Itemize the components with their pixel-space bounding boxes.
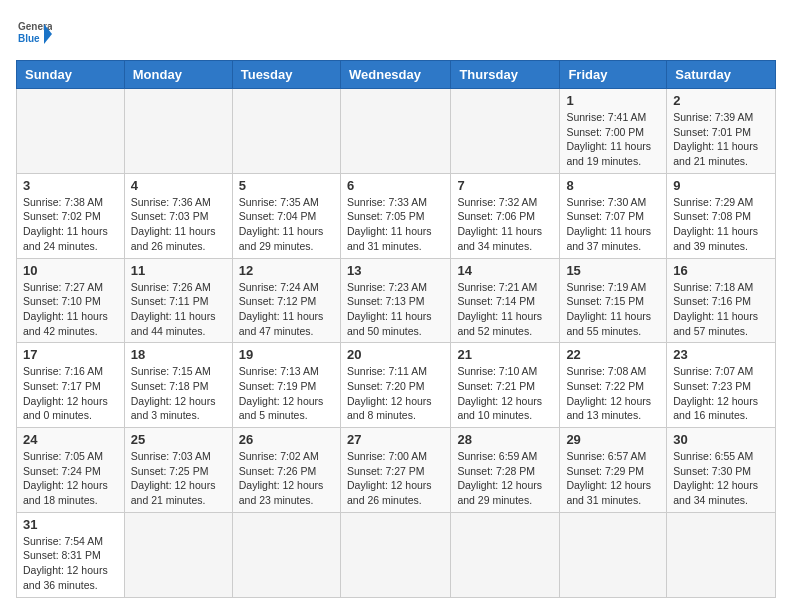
- calendar-cell: [232, 512, 340, 597]
- day-info: Sunrise: 7:24 AM Sunset: 7:12 PM Dayligh…: [239, 280, 334, 339]
- day-number: 15: [566, 263, 660, 278]
- calendar-cell: 17Sunrise: 7:16 AM Sunset: 7:17 PM Dayli…: [17, 343, 125, 428]
- calendar-cell: 9Sunrise: 7:29 AM Sunset: 7:08 PM Daylig…: [667, 173, 776, 258]
- day-number: 19: [239, 347, 334, 362]
- calendar-week-6: 31Sunrise: 7:54 AM Sunset: 8:31 PM Dayli…: [17, 512, 776, 597]
- calendar-cell: 29Sunrise: 6:57 AM Sunset: 7:29 PM Dayli…: [560, 428, 667, 513]
- day-number: 14: [457, 263, 553, 278]
- day-info: Sunrise: 6:59 AM Sunset: 7:28 PM Dayligh…: [457, 449, 553, 508]
- calendar-cell: [451, 512, 560, 597]
- calendar-cell: 11Sunrise: 7:26 AM Sunset: 7:11 PM Dayli…: [124, 258, 232, 343]
- calendar-cell: [451, 89, 560, 174]
- day-number: 5: [239, 178, 334, 193]
- calendar-cell: 28Sunrise: 6:59 AM Sunset: 7:28 PM Dayli…: [451, 428, 560, 513]
- day-info: Sunrise: 7:26 AM Sunset: 7:11 PM Dayligh…: [131, 280, 226, 339]
- calendar-cell: 8Sunrise: 7:30 AM Sunset: 7:07 PM Daylig…: [560, 173, 667, 258]
- day-number: 29: [566, 432, 660, 447]
- calendar-cell: [232, 89, 340, 174]
- calendar-cell: 19Sunrise: 7:13 AM Sunset: 7:19 PM Dayli…: [232, 343, 340, 428]
- calendar-cell: 14Sunrise: 7:21 AM Sunset: 7:14 PM Dayli…: [451, 258, 560, 343]
- day-info: Sunrise: 6:57 AM Sunset: 7:29 PM Dayligh…: [566, 449, 660, 508]
- calendar-cell: 26Sunrise: 7:02 AM Sunset: 7:26 PM Dayli…: [232, 428, 340, 513]
- calendar-cell: 31Sunrise: 7:54 AM Sunset: 8:31 PM Dayli…: [17, 512, 125, 597]
- day-info: Sunrise: 7:19 AM Sunset: 7:15 PM Dayligh…: [566, 280, 660, 339]
- day-info: Sunrise: 7:32 AM Sunset: 7:06 PM Dayligh…: [457, 195, 553, 254]
- day-info: Sunrise: 7:05 AM Sunset: 7:24 PM Dayligh…: [23, 449, 118, 508]
- day-number: 10: [23, 263, 118, 278]
- day-info: Sunrise: 7:15 AM Sunset: 7:18 PM Dayligh…: [131, 364, 226, 423]
- day-header-saturday: Saturday: [667, 61, 776, 89]
- day-info: Sunrise: 7:02 AM Sunset: 7:26 PM Dayligh…: [239, 449, 334, 508]
- day-number: 23: [673, 347, 769, 362]
- day-info: Sunrise: 7:23 AM Sunset: 7:13 PM Dayligh…: [347, 280, 444, 339]
- day-header-sunday: Sunday: [17, 61, 125, 89]
- day-info: Sunrise: 7:38 AM Sunset: 7:02 PM Dayligh…: [23, 195, 118, 254]
- day-number: 22: [566, 347, 660, 362]
- calendar-cell: 16Sunrise: 7:18 AM Sunset: 7:16 PM Dayli…: [667, 258, 776, 343]
- day-info: Sunrise: 7:39 AM Sunset: 7:01 PM Dayligh…: [673, 110, 769, 169]
- calendar-cell: 5Sunrise: 7:35 AM Sunset: 7:04 PM Daylig…: [232, 173, 340, 258]
- calendar-cell: 15Sunrise: 7:19 AM Sunset: 7:15 PM Dayli…: [560, 258, 667, 343]
- day-number: 20: [347, 347, 444, 362]
- day-number: 25: [131, 432, 226, 447]
- day-info: Sunrise: 7:13 AM Sunset: 7:19 PM Dayligh…: [239, 364, 334, 423]
- day-info: Sunrise: 7:41 AM Sunset: 7:00 PM Dayligh…: [566, 110, 660, 169]
- calendar-cell: 30Sunrise: 6:55 AM Sunset: 7:30 PM Dayli…: [667, 428, 776, 513]
- day-number: 11: [131, 263, 226, 278]
- calendar-week-5: 24Sunrise: 7:05 AM Sunset: 7:24 PM Dayli…: [17, 428, 776, 513]
- calendar-cell: 20Sunrise: 7:11 AM Sunset: 7:20 PM Dayli…: [340, 343, 450, 428]
- calendar-cell: [560, 512, 667, 597]
- day-info: Sunrise: 7:00 AM Sunset: 7:27 PM Dayligh…: [347, 449, 444, 508]
- calendar-header-row: SundayMondayTuesdayWednesdayThursdayFrid…: [17, 61, 776, 89]
- calendar-cell: 21Sunrise: 7:10 AM Sunset: 7:21 PM Dayli…: [451, 343, 560, 428]
- day-number: 7: [457, 178, 553, 193]
- day-info: Sunrise: 7:36 AM Sunset: 7:03 PM Dayligh…: [131, 195, 226, 254]
- day-number: 12: [239, 263, 334, 278]
- calendar-cell: [124, 512, 232, 597]
- calendar-cell: 27Sunrise: 7:00 AM Sunset: 7:27 PM Dayli…: [340, 428, 450, 513]
- calendar-week-4: 17Sunrise: 7:16 AM Sunset: 7:17 PM Dayli…: [17, 343, 776, 428]
- day-info: Sunrise: 7:54 AM Sunset: 8:31 PM Dayligh…: [23, 534, 118, 593]
- day-number: 4: [131, 178, 226, 193]
- day-number: 18: [131, 347, 226, 362]
- day-info: Sunrise: 6:55 AM Sunset: 7:30 PM Dayligh…: [673, 449, 769, 508]
- day-number: 2: [673, 93, 769, 108]
- calendar-week-2: 3Sunrise: 7:38 AM Sunset: 7:02 PM Daylig…: [17, 173, 776, 258]
- day-info: Sunrise: 7:18 AM Sunset: 7:16 PM Dayligh…: [673, 280, 769, 339]
- logo-svg: General Blue: [16, 16, 52, 52]
- calendar-cell: [340, 512, 450, 597]
- day-number: 16: [673, 263, 769, 278]
- calendar-week-3: 10Sunrise: 7:27 AM Sunset: 7:10 PM Dayli…: [17, 258, 776, 343]
- calendar-cell: 18Sunrise: 7:15 AM Sunset: 7:18 PM Dayli…: [124, 343, 232, 428]
- day-info: Sunrise: 7:27 AM Sunset: 7:10 PM Dayligh…: [23, 280, 118, 339]
- calendar-cell: [667, 512, 776, 597]
- calendar-cell: 25Sunrise: 7:03 AM Sunset: 7:25 PM Dayli…: [124, 428, 232, 513]
- day-info: Sunrise: 7:16 AM Sunset: 7:17 PM Dayligh…: [23, 364, 118, 423]
- day-header-friday: Friday: [560, 61, 667, 89]
- calendar-cell: 4Sunrise: 7:36 AM Sunset: 7:03 PM Daylig…: [124, 173, 232, 258]
- day-number: 24: [23, 432, 118, 447]
- calendar-cell: [340, 89, 450, 174]
- day-number: 21: [457, 347, 553, 362]
- calendar-cell: 3Sunrise: 7:38 AM Sunset: 7:02 PM Daylig…: [17, 173, 125, 258]
- calendar: SundayMondayTuesdayWednesdayThursdayFrid…: [16, 60, 776, 598]
- header: General Blue: [16, 16, 776, 52]
- day-number: 28: [457, 432, 553, 447]
- day-number: 17: [23, 347, 118, 362]
- day-number: 27: [347, 432, 444, 447]
- day-header-monday: Monday: [124, 61, 232, 89]
- day-info: Sunrise: 7:08 AM Sunset: 7:22 PM Dayligh…: [566, 364, 660, 423]
- day-header-thursday: Thursday: [451, 61, 560, 89]
- calendar-cell: 10Sunrise: 7:27 AM Sunset: 7:10 PM Dayli…: [17, 258, 125, 343]
- logo: General Blue: [16, 16, 52, 52]
- calendar-cell: 24Sunrise: 7:05 AM Sunset: 7:24 PM Dayli…: [17, 428, 125, 513]
- day-info: Sunrise: 7:33 AM Sunset: 7:05 PM Dayligh…: [347, 195, 444, 254]
- calendar-cell: 23Sunrise: 7:07 AM Sunset: 7:23 PM Dayli…: [667, 343, 776, 428]
- calendar-cell: 2Sunrise: 7:39 AM Sunset: 7:01 PM Daylig…: [667, 89, 776, 174]
- day-number: 6: [347, 178, 444, 193]
- day-info: Sunrise: 7:03 AM Sunset: 7:25 PM Dayligh…: [131, 449, 226, 508]
- calendar-cell: 7Sunrise: 7:32 AM Sunset: 7:06 PM Daylig…: [451, 173, 560, 258]
- day-info: Sunrise: 7:21 AM Sunset: 7:14 PM Dayligh…: [457, 280, 553, 339]
- calendar-cell: [17, 89, 125, 174]
- svg-text:Blue: Blue: [18, 33, 40, 44]
